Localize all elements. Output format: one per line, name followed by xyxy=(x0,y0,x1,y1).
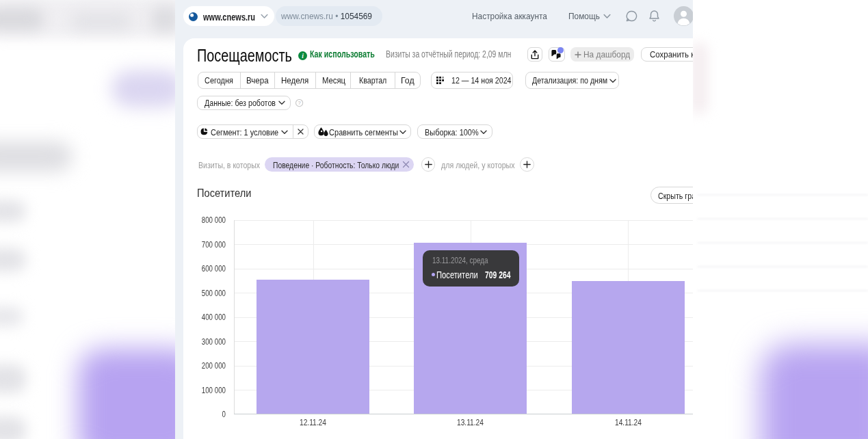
svg-text:i: i xyxy=(302,53,304,59)
svg-text:?: ? xyxy=(298,100,300,106)
